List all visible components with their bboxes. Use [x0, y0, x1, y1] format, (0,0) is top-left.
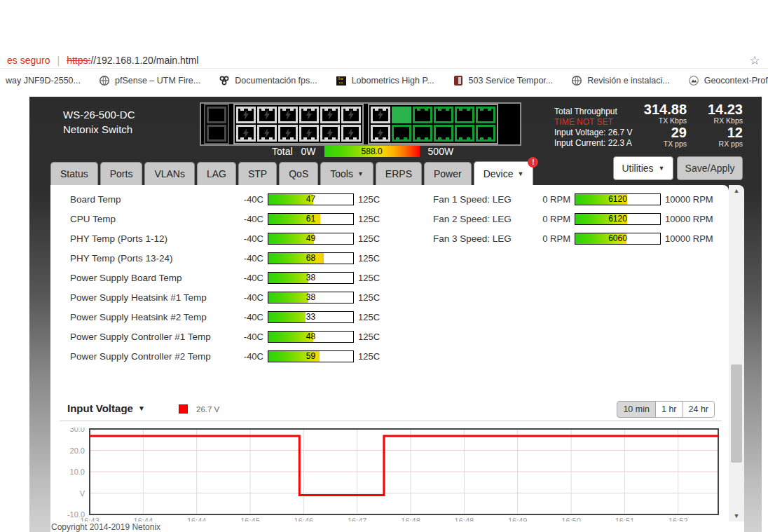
temp-meter: 33 — [268, 311, 354, 323]
chevron-down-icon: ▼ — [138, 404, 145, 412]
device-name: Netonix Switch — [63, 122, 135, 137]
tab-label: ERPS — [385, 168, 412, 179]
port-poe[interactable] — [257, 107, 277, 123]
scroll-up-icon[interactable]: ▲ — [729, 185, 744, 196]
tab-vlans[interactable]: VLANs — [144, 162, 195, 185]
stat-value: 12 — [687, 125, 743, 140]
bookmark-item[interactable]: way JNF9D-2550... — [6, 76, 81, 86]
mountain-icon — [688, 75, 699, 86]
range-button-24-hr[interactable]: 24 hr — [683, 401, 715, 418]
address-separator: | — [57, 55, 60, 66]
tab-qos[interactable]: QoS — [279, 162, 318, 185]
fan-label: Fan 1 Speed: LEG — [433, 194, 538, 205]
copyright-text: Copyright 2014-2019 Netonix — [51, 522, 160, 532]
temp-label: Power Supply Board Temp — [70, 273, 237, 283]
port-poe[interactable] — [278, 125, 298, 142]
port-poe[interactable] — [341, 125, 361, 142]
meter-min: -40C — [241, 194, 263, 205]
tab-stp[interactable]: STP — [238, 162, 277, 185]
port-poe[interactable] — [236, 125, 256, 142]
port-link[interactable] — [455, 125, 474, 142]
temp-row: Power Supply Heatsink #2 Temp-40C33125C — [70, 307, 389, 327]
fan-row: Fan 2 Speed: LEG0 RPM612010000 RPM — [433, 209, 720, 229]
temp-meter: 61 — [268, 213, 354, 225]
port-up[interactable] — [392, 107, 411, 123]
meter-max: 125C — [358, 214, 389, 224]
port-link[interactable] — [434, 125, 453, 142]
bookmark-star-icon[interactable]: ☆ — [747, 53, 762, 68]
poe-bolt-icon — [242, 110, 249, 120]
range-button-10-min[interactable]: 10 min — [617, 401, 656, 418]
temp-meter: 47 — [268, 193, 354, 205]
stat-unit: RX pps — [687, 140, 743, 148]
bookmark-item[interactable]: Geocontext-Profiler... — [688, 75, 768, 86]
tab-bar: StatusPortsVLANsLAGSTPQoSTools▼ERPSPower… — [50, 161, 535, 185]
port-link[interactable] — [455, 107, 474, 123]
tab-label: VLANs — [154, 168, 185, 179]
bookmark-label: Revisión e instalaci... — [587, 76, 669, 86]
port-poe[interactable] — [371, 107, 390, 123]
chart-title-dropdown[interactable]: Input Voltage ▼ — [67, 402, 145, 414]
port-poe[interactable] — [299, 125, 319, 142]
bookmark-item[interactable]: Documentación fps... — [219, 75, 317, 86]
tab-power[interactable]: Power — [424, 162, 472, 185]
port-link[interactable] — [434, 107, 453, 123]
temp-meter: 38 — [268, 292, 354, 303]
port-link[interactable] — [413, 125, 432, 142]
utilities-button[interactable]: Utilities ▼ — [613, 156, 673, 180]
port-link[interactable] — [476, 125, 495, 142]
tab-erps[interactable]: ERPS — [376, 162, 422, 185]
bookmark-item[interactable]: 503 Service Tempor... — [453, 75, 554, 86]
temperature-list: Board Temp-40C47125CCPU Temp-40C61125CPH… — [70, 189, 389, 366]
tab-tools[interactable]: Tools▼ — [320, 162, 373, 185]
bookmarks-bar: way JNF9D-2550...pfSense – UTM Fire...Do… — [3, 69, 768, 92]
bookmark-item[interactable]: pfSense – UTM Fire... — [99, 75, 200, 86]
port-column — [257, 107, 277, 142]
port-poe[interactable] — [320, 125, 340, 142]
tab-device[interactable]: Device▼! — [474, 161, 534, 185]
tab-lag[interactable]: LAG — [197, 162, 236, 185]
port-poe[interactable] — [341, 107, 361, 123]
port-poe[interactable] — [236, 107, 256, 123]
tab-status[interactable]: Status — [50, 162, 98, 185]
temp-meter: 49 — [268, 233, 354, 245]
port-poe[interactable] — [278, 107, 298, 123]
save-apply-button[interactable]: Save/Apply — [677, 156, 743, 180]
bookmark-label: pfSense – UTM Fire... — [115, 76, 200, 86]
port-column — [371, 107, 390, 142]
temp-value: 59 — [268, 351, 353, 362]
fan-value: 6120 — [575, 194, 660, 205]
port-poe[interactable] — [320, 107, 340, 123]
bookmark-item[interactable]: Revisión e instalaci... — [571, 75, 669, 86]
port-poe[interactable] — [257, 125, 277, 142]
chevron-down-icon: ▼ — [357, 170, 364, 177]
lobo-icon: lo▪▪ — [336, 75, 347, 86]
bookmark-item[interactable]: lo▪▪Lobometrics High P... — [336, 75, 434, 86]
throughput-stats: 314.88TX Kbps14.23RX Kbps29TX pps12RX pp… — [604, 102, 743, 148]
content-scrollbar[interactable]: ▲ ▼ — [729, 185, 744, 521]
meter-max: 125C — [358, 233, 389, 244]
tab-ports[interactable]: Ports — [100, 162, 143, 185]
svg-text:10.0: 10.0 — [70, 468, 85, 476]
address-bar[interactable]: es seguro | https: //192.168.1.20/main.h… — [0, 53, 768, 69]
port-poe[interactable] — [371, 125, 390, 142]
port-poe[interactable] — [299, 107, 319, 123]
poe-bolt-icon — [306, 110, 313, 120]
meter-max: 125C — [358, 253, 389, 264]
scrollbar-thumb[interactable] — [731, 364, 742, 463]
port-link[interactable] — [413, 107, 432, 123]
port-column — [341, 107, 361, 142]
port-link[interactable] — [392, 125, 411, 142]
port-link[interactable] — [476, 107, 495, 123]
port-sfp[interactable] — [207, 107, 226, 123]
temp-meter: 48 — [268, 331, 354, 343]
poe-bolt-icon — [242, 128, 249, 138]
meter-min: 0 RPM — [542, 233, 570, 244]
svg-text:16:49: 16:49 — [508, 517, 528, 521]
meter-max: 10000 RPM — [665, 233, 720, 244]
range-button-1-hr[interactable]: 1 hr — [655, 401, 683, 418]
stat-value: 29 — [604, 125, 687, 140]
port-column — [434, 107, 453, 142]
port-sfp[interactable] — [207, 125, 226, 142]
scroll-down-icon[interactable]: ▼ — [729, 510, 744, 521]
